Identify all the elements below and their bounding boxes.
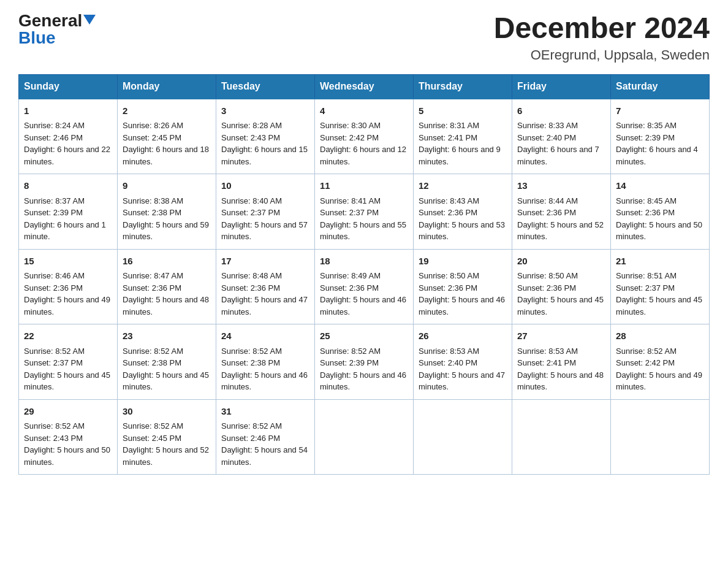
day-number: 12 xyxy=(419,179,507,193)
calendar-cell: 16Sunrise: 8:47 AMSunset: 2:36 PMDayligh… xyxy=(118,249,216,324)
sunrise-text: Sunrise: 8:30 AM xyxy=(320,121,381,130)
sunset-text: Sunset: 2:42 PM xyxy=(320,133,379,142)
weekday-header-friday: Friday xyxy=(512,74,611,99)
calendar-cell: 5Sunrise: 8:31 AMSunset: 2:41 PMDaylight… xyxy=(414,99,512,174)
daylight-text: Daylight: 5 hours and 45 minutes. xyxy=(123,370,209,392)
weekday-header-monday: Monday xyxy=(118,74,216,99)
sunrise-text: Sunrise: 8:52 AM xyxy=(221,421,282,431)
sunset-text: Sunset: 2:46 PM xyxy=(221,434,280,443)
calendar-cell xyxy=(414,399,512,475)
calendar-cell: 8Sunrise: 8:37 AMSunset: 2:39 PMDaylight… xyxy=(19,174,118,250)
sunrise-text: Sunrise: 8:31 AM xyxy=(419,121,479,130)
sunset-text: Sunset: 2:42 PM xyxy=(616,358,675,367)
day-number: 23 xyxy=(123,329,211,343)
calendar-cell: 25Sunrise: 8:52 AMSunset: 2:39 PMDayligh… xyxy=(315,324,414,400)
calendar-cell: 17Sunrise: 8:48 AMSunset: 2:36 PMDayligh… xyxy=(216,249,315,324)
sunset-text: Sunset: 2:39 PM xyxy=(616,133,675,142)
title-block: December 2024 OEregrund, Uppsala, Sweden xyxy=(494,12,710,63)
daylight-text: Daylight: 5 hours and 55 minutes. xyxy=(320,220,406,242)
calendar-cell: 30Sunrise: 8:52 AMSunset: 2:45 PMDayligh… xyxy=(118,399,216,475)
sunrise-text: Sunrise: 8:26 AM xyxy=(123,121,183,130)
sunset-text: Sunset: 2:36 PM xyxy=(517,283,576,293)
calendar-cell: 2Sunrise: 8:26 AMSunset: 2:45 PMDaylight… xyxy=(118,99,216,174)
calendar-cell: 21Sunrise: 8:51 AMSunset: 2:37 PMDayligh… xyxy=(611,249,710,324)
logo-general-text: General xyxy=(18,12,82,29)
day-number: 9 xyxy=(123,179,211,193)
daylight-text: Daylight: 5 hours and 49 minutes. xyxy=(24,295,110,316)
day-number: 25 xyxy=(320,329,408,343)
day-number: 30 xyxy=(123,405,211,419)
sunrise-text: Sunrise: 8:45 AM xyxy=(616,196,677,205)
sunrise-text: Sunrise: 8:53 AM xyxy=(419,347,479,356)
sunset-text: Sunset: 2:37 PM xyxy=(221,208,280,217)
sunset-text: Sunset: 2:36 PM xyxy=(123,283,181,293)
logo: General Blue xyxy=(18,12,96,47)
calendar-cell: 6Sunrise: 8:33 AMSunset: 2:40 PMDaylight… xyxy=(512,99,611,174)
calendar-cell: 13Sunrise: 8:44 AMSunset: 2:36 PMDayligh… xyxy=(512,174,611,250)
calendar-cell: 18Sunrise: 8:49 AMSunset: 2:36 PMDayligh… xyxy=(315,249,414,324)
daylight-text: Daylight: 5 hours and 47 minutes. xyxy=(221,295,308,316)
sunrise-text: Sunrise: 8:52 AM xyxy=(320,347,381,356)
day-number: 28 xyxy=(616,329,704,343)
calendar-cell: 23Sunrise: 8:52 AMSunset: 2:38 PMDayligh… xyxy=(118,324,216,400)
daylight-text: Daylight: 5 hours and 57 minutes. xyxy=(221,220,308,242)
sunset-text: Sunset: 2:37 PM xyxy=(616,283,675,293)
sunrise-text: Sunrise: 8:35 AM xyxy=(616,121,677,130)
daylight-text: Daylight: 5 hours and 45 minutes. xyxy=(24,370,110,392)
day-number: 7 xyxy=(616,104,704,118)
sunset-text: Sunset: 2:36 PM xyxy=(419,283,477,293)
daylight-text: Daylight: 5 hours and 50 minutes. xyxy=(24,445,110,467)
sunset-text: Sunset: 2:41 PM xyxy=(517,358,576,367)
day-number: 26 xyxy=(419,329,507,343)
day-number: 18 xyxy=(320,255,408,269)
sunrise-text: Sunrise: 8:33 AM xyxy=(517,121,578,130)
week-row-2: 8Sunrise: 8:37 AMSunset: 2:39 PMDaylight… xyxy=(19,174,710,250)
calendar-cell: 22Sunrise: 8:52 AMSunset: 2:37 PMDayligh… xyxy=(19,324,118,400)
day-number: 11 xyxy=(320,179,408,193)
sunrise-text: Sunrise: 8:50 AM xyxy=(517,271,578,280)
weekday-header-wednesday: Wednesday xyxy=(315,74,414,99)
calendar-cell: 31Sunrise: 8:52 AMSunset: 2:46 PMDayligh… xyxy=(216,399,315,475)
sunrise-text: Sunrise: 8:49 AM xyxy=(320,271,381,280)
sunset-text: Sunset: 2:41 PM xyxy=(419,133,477,142)
daylight-text: Daylight: 5 hours and 47 minutes. xyxy=(419,370,505,392)
sunrise-text: Sunrise: 8:41 AM xyxy=(320,196,381,205)
daylight-text: Daylight: 5 hours and 52 minutes. xyxy=(517,220,604,242)
daylight-text: Daylight: 6 hours and 15 minutes. xyxy=(221,145,308,166)
day-number: 1 xyxy=(24,104,112,118)
sunset-text: Sunset: 2:40 PM xyxy=(517,133,576,142)
daylight-text: Daylight: 6 hours and 9 minutes. xyxy=(419,145,501,166)
daylight-text: Daylight: 5 hours and 46 minutes. xyxy=(320,370,406,392)
day-number: 4 xyxy=(320,104,408,118)
sunset-text: Sunset: 2:46 PM xyxy=(24,133,83,142)
day-number: 15 xyxy=(24,255,112,269)
calendar-cell xyxy=(512,399,611,475)
daylight-text: Daylight: 5 hours and 45 minutes. xyxy=(517,295,604,316)
calendar-cell: 14Sunrise: 8:45 AMSunset: 2:36 PMDayligh… xyxy=(611,174,710,250)
sunrise-text: Sunrise: 8:50 AM xyxy=(419,271,479,280)
weekday-header-tuesday: Tuesday xyxy=(216,74,315,99)
sunset-text: Sunset: 2:45 PM xyxy=(123,434,181,443)
calendar-cell: 27Sunrise: 8:53 AMSunset: 2:41 PMDayligh… xyxy=(512,324,611,400)
week-row-4: 22Sunrise: 8:52 AMSunset: 2:37 PMDayligh… xyxy=(19,324,710,400)
weekday-header-saturday: Saturday xyxy=(611,74,710,99)
logo-triangle-icon xyxy=(83,15,96,25)
week-row-3: 15Sunrise: 8:46 AMSunset: 2:36 PMDayligh… xyxy=(19,249,710,324)
daylight-text: Daylight: 5 hours and 46 minutes. xyxy=(221,370,308,392)
logo-general-row: General xyxy=(18,12,96,29)
daylight-text: Daylight: 6 hours and 22 minutes. xyxy=(24,145,110,166)
calendar-cell: 29Sunrise: 8:52 AMSunset: 2:43 PMDayligh… xyxy=(19,399,118,475)
daylight-text: Daylight: 5 hours and 46 minutes. xyxy=(320,295,406,316)
daylight-text: Daylight: 5 hours and 48 minutes. xyxy=(517,370,604,392)
sunrise-text: Sunrise: 8:52 AM xyxy=(24,347,85,356)
sunset-text: Sunset: 2:36 PM xyxy=(320,283,379,293)
sunset-text: Sunset: 2:39 PM xyxy=(320,358,379,367)
day-number: 2 xyxy=(123,104,211,118)
sunset-text: Sunset: 2:38 PM xyxy=(123,208,181,217)
daylight-text: Daylight: 6 hours and 4 minutes. xyxy=(616,145,698,166)
daylight-text: Daylight: 5 hours and 54 minutes. xyxy=(221,445,308,467)
day-number: 27 xyxy=(517,329,605,343)
sunrise-text: Sunrise: 8:38 AM xyxy=(123,196,183,205)
calendar-table: SundayMondayTuesdayWednesdayThursdayFrid… xyxy=(18,74,710,475)
sunrise-text: Sunrise: 8:47 AM xyxy=(123,271,183,280)
